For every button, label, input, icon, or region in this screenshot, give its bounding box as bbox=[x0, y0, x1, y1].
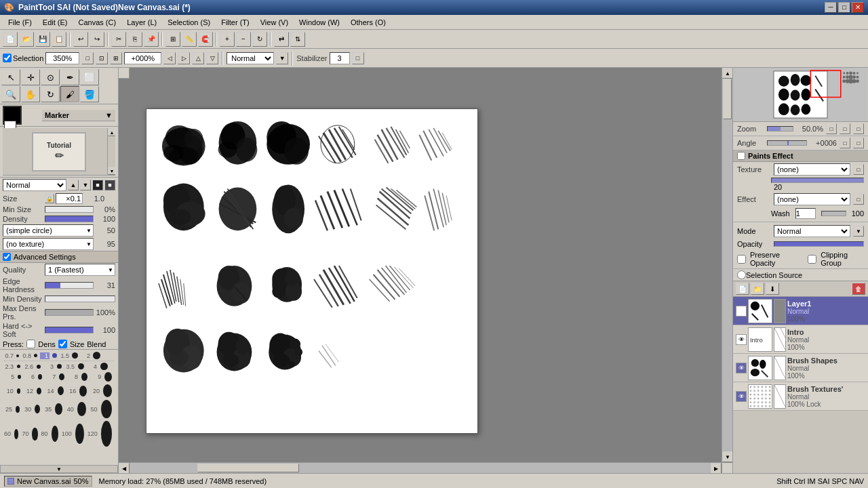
clipping-check[interactable] bbox=[808, 255, 816, 264]
minsize-slider[interactable] bbox=[45, 206, 94, 213]
layer-item-brush-textures[interactable]: 👁 bbox=[733, 382, 868, 411]
scroll-left-button[interactable]: ◀ bbox=[119, 463, 130, 473]
preserve-check[interactable] bbox=[737, 255, 746, 264]
mode-btn[interactable]: ▼ bbox=[853, 226, 864, 237]
quality-select[interactable]: 1 (Fastest) ▼ bbox=[45, 264, 115, 276]
size-dot-50[interactable] bbox=[101, 400, 112, 418]
effect-btn[interactable]: □ bbox=[853, 194, 864, 205]
menu-selection[interactable]: Selection (S) bbox=[162, 17, 216, 28]
zoom-in-button[interactable]: + bbox=[220, 32, 235, 47]
offset-input[interactable] bbox=[124, 52, 161, 64]
size-dot-14[interactable] bbox=[58, 386, 64, 395]
redo-button[interactable]: ↪ bbox=[90, 32, 104, 47]
texture-select[interactable]: (none) bbox=[774, 163, 850, 176]
preset-scroll-down[interactable]: ▼ bbox=[108, 167, 115, 175]
size-dot-25[interactable] bbox=[16, 406, 20, 413]
menu-filter[interactable]: Filter (T) bbox=[216, 17, 255, 28]
size-dot-6[interactable] bbox=[38, 374, 42, 380]
size-input[interactable] bbox=[56, 193, 83, 204]
opacity-slider[interactable] bbox=[774, 241, 864, 247]
scroll-h-thumb[interactable] bbox=[197, 464, 299, 472]
scroll-up-button[interactable]: ▲ bbox=[722, 68, 732, 79]
angle-btn1[interactable]: □ bbox=[840, 138, 850, 148]
offset-btn1[interactable]: ◁ bbox=[163, 52, 176, 64]
size-lock-btn[interactable]: 🔒 bbox=[45, 194, 54, 203]
stabilizer-input[interactable] bbox=[330, 52, 350, 64]
size-dot-07[interactable] bbox=[16, 354, 19, 357]
tool-eraser[interactable]: ⬜ bbox=[80, 69, 99, 85]
flip-h-button[interactable]: ⇄ bbox=[274, 32, 289, 47]
layer1-visibility[interactable]: 👁 bbox=[736, 306, 747, 317]
minimize-button[interactable]: ─ bbox=[825, 2, 837, 13]
size-dot-15[interactable] bbox=[72, 352, 78, 359]
maximize-button[interactable]: □ bbox=[838, 2, 850, 13]
size-dot-80[interactable] bbox=[52, 426, 58, 442]
offset-btn4[interactable]: ▽ bbox=[206, 52, 218, 64]
grid-button[interactable]: ⊞ bbox=[165, 32, 180, 47]
size-dot-35b[interactable] bbox=[55, 403, 62, 415]
blend-mode-select[interactable]: Normal Multiply Screen bbox=[226, 52, 274, 64]
size-dot-3[interactable] bbox=[57, 364, 62, 369]
angle-btn2[interactable]: □ bbox=[853, 138, 864, 148]
offset-btn3[interactable]: △ bbox=[192, 52, 204, 64]
size-dot-120[interactable] bbox=[101, 421, 112, 447]
layer-item-layer1[interactable]: 👁 Lay bbox=[733, 297, 868, 325]
size-dot-35[interactable] bbox=[78, 363, 84, 369]
merge-layer-btn[interactable]: ⬇ bbox=[766, 283, 779, 295]
menu-others[interactable]: Others (O) bbox=[345, 17, 391, 28]
save-button[interactable]: 💾 bbox=[35, 32, 50, 47]
size-dot-30[interactable] bbox=[35, 405, 40, 413]
size-dot-40[interactable] bbox=[77, 402, 86, 416]
size-dot-08[interactable] bbox=[34, 354, 37, 357]
angle-slider[interactable] bbox=[767, 140, 807, 146]
copy-button[interactable]: ⎘ bbox=[127, 32, 142, 47]
zoom-out-button[interactable]: − bbox=[236, 32, 251, 47]
texture-slider[interactable] bbox=[771, 178, 864, 183]
tool-magnify[interactable]: 🔍 bbox=[1, 86, 20, 102]
scroll-v-thumb[interactable] bbox=[723, 79, 732, 119]
blend-color-btn[interactable]: ■ bbox=[104, 180, 115, 190]
press-size-check[interactable] bbox=[58, 340, 67, 348]
zoom-fit-button[interactable]: ⊞ bbox=[110, 52, 122, 64]
snap-button[interactable]: 🧲 bbox=[198, 32, 213, 47]
size-dot-26[interactable] bbox=[37, 365, 41, 369]
size-dot-16[interactable] bbox=[79, 386, 87, 396]
tool-rotate[interactable]: ↻ bbox=[41, 86, 60, 102]
saveas-button[interactable]: 📋 bbox=[52, 32, 66, 47]
blend-down-btn[interactable]: ▼ bbox=[80, 180, 91, 190]
size-dot-7[interactable] bbox=[59, 373, 64, 380]
size-dot-1[interactable] bbox=[52, 353, 57, 358]
size-dot-9[interactable] bbox=[104, 372, 112, 382]
brush-shapes-visibility[interactable]: 👁 bbox=[736, 363, 747, 373]
undo-button[interactable]: ↩ bbox=[73, 32, 88, 47]
tool-lasso[interactable]: ⊙ bbox=[41, 69, 60, 85]
zoom-reset-button[interactable]: ⊡ bbox=[96, 52, 108, 64]
paints-effect-check[interactable] bbox=[737, 152, 745, 160]
new-button[interactable]: 📄 bbox=[3, 32, 18, 47]
intro-visibility[interactable]: 👁 bbox=[736, 334, 747, 345]
offset-btn2[interactable]: ▷ bbox=[178, 52, 190, 64]
tool-hand[interactable]: ✋ bbox=[21, 86, 40, 102]
menu-file[interactable]: File (F) bbox=[3, 17, 37, 28]
zoom-btn1[interactable]: □ bbox=[826, 123, 837, 134]
size-dot-8[interactable] bbox=[81, 373, 87, 381]
new-folder-btn[interactable]: 📁 bbox=[751, 283, 764, 295]
zoom-btn3[interactable]: □ bbox=[853, 123, 864, 134]
blend-mode-btn[interactable]: ▼ bbox=[276, 52, 288, 64]
new-layer-btn[interactable]: 📄 bbox=[736, 283, 749, 295]
size-dot-4[interactable] bbox=[100, 363, 108, 370]
advanced-settings-header[interactable]: Advanced Settings bbox=[0, 251, 118, 263]
size-dot-20[interactable] bbox=[103, 384, 112, 397]
stabilizer-btn[interactable]: □ bbox=[352, 52, 364, 64]
texture-btn[interactable]: □ bbox=[853, 164, 864, 175]
brush-preset-card[interactable]: Tutorial ✏ bbox=[32, 132, 86, 171]
size-dot-2[interactable] bbox=[93, 352, 100, 359]
size-dot-5[interactable] bbox=[18, 375, 21, 379]
density-slider[interactable] bbox=[45, 216, 94, 222]
zoom-btn2[interactable]: □ bbox=[840, 123, 850, 134]
menu-canvas[interactable]: Canvas (C) bbox=[73, 17, 122, 28]
size-dot-10[interactable] bbox=[17, 388, 21, 394]
zoom-slider[interactable] bbox=[767, 126, 793, 131]
blend-up-btn[interactable]: ▲ bbox=[68, 180, 79, 190]
menu-window[interactable]: Window (W) bbox=[294, 17, 345, 28]
